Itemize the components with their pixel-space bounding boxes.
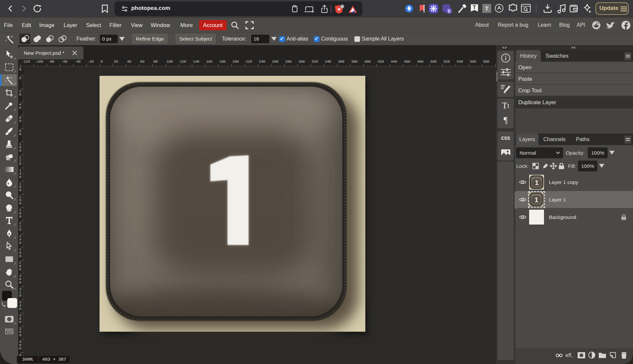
svg-text:1: 1 (535, 179, 539, 186)
svg-text:1: 1 (534, 196, 538, 203)
svg-text:2: 2 (341, 5, 343, 8)
svg-text:T: T (485, 6, 489, 12)
svg-text:5: 5 (448, 9, 450, 14)
svg-text:T: T (473, 5, 476, 10)
